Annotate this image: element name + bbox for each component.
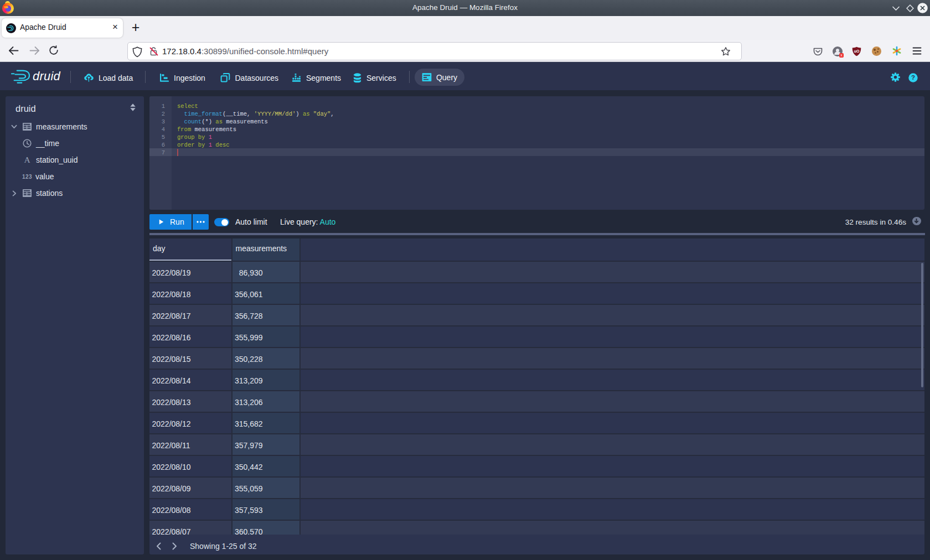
svg-text:?: ? [911,74,914,81]
svg-text:uO: uO [854,49,860,53]
